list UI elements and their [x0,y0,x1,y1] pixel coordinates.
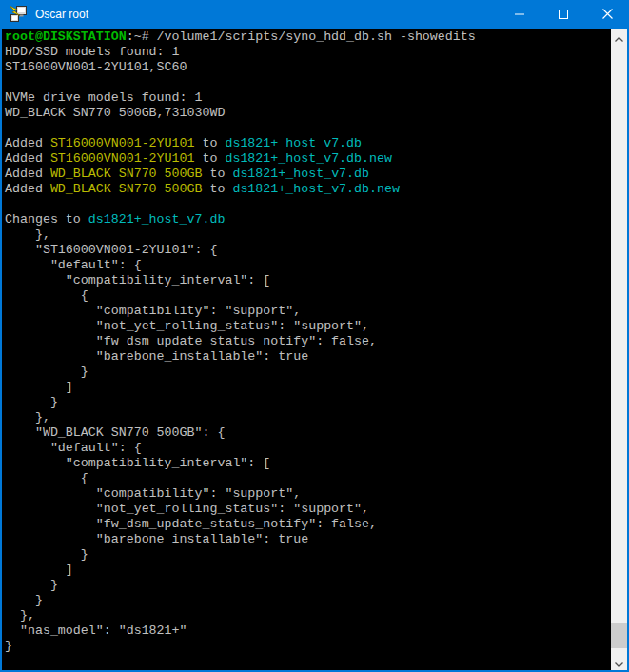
chevron-down-icon [615,654,623,671]
terminal-line: ] [5,380,611,395]
terminal-line: "compatibility_interval": [ [5,456,611,471]
terminal-line [5,197,611,212]
scroll-up-button[interactable] [611,29,627,45]
window-title: Oscar root [35,8,498,21]
terminal-line: } [5,639,611,654]
minimize-icon [515,6,524,23]
terminal-line: } [5,395,611,410]
terminal-line: Changes to ds1821+_host_v7.db [5,212,611,227]
window-body: root@DISKSTATION:~# /volume1/scripts/syn… [0,29,629,672]
putty-window: Oscar root root@DISKSTATION:~# /volume1/… [0,0,629,672]
terminal-line: "barebone_installable": true [5,349,611,365]
terminal-line: Added WD_BLACK SN770 500GB to ds1821+_ho… [5,167,611,182]
terminal-line: NVMe drive models found: 1 [5,90,611,106]
terminal-line: } [5,578,611,593]
terminal-line: WD_BLACK SN770 500GB,731030WD [5,106,611,121]
terminal-line: root@DISKSTATION:~# /volume1/scripts/syn… [5,30,611,45]
terminal-line: "barebone_installable": true [5,532,611,547]
terminal-line: "WD_BLACK SN770 500GB": { [5,425,611,441]
terminal-output[interactable]: root@DISKSTATION:~# /volume1/scripts/syn… [2,29,611,670]
terminal-line: } [5,547,611,563]
terminal-line [5,121,611,136]
scrollbar-track[interactable] [611,45,627,654]
terminal-line: Added WD_BLACK SN770 500GB to ds1821+_ho… [5,182,611,197]
terminal-line: }, [5,227,611,243]
terminal-line: ] [5,563,611,578]
close-icon [602,6,613,23]
terminal-line: { [5,288,611,304]
titlebar[interactable]: Oscar root [0,0,629,29]
terminal-line [5,75,611,90]
close-button[interactable] [585,0,629,29]
terminal-line: }, [5,608,611,623]
terminal-line: "default": { [5,441,611,456]
maximize-icon [559,6,568,23]
terminal-line: Added ST16000VN001-2YU101 to ds1821+_hos… [5,136,611,151]
terminal-line: "compatibility": "support", [5,304,611,319]
scrollbar-thumb[interactable] [611,623,627,648]
terminal-line: } [5,593,611,608]
terminal-line: HDD/SSD models found: 1 [5,45,611,60]
chevron-up-icon [615,29,623,46]
terminal-line: "default": { [5,258,611,273]
terminal-line: "compatibility_interval": [ [5,273,611,288]
terminal-line: }, [5,410,611,425]
window-controls [498,0,629,29]
terminal-line: "fw_dsm_update_status_notify": false, [5,517,611,532]
terminal-line: "not_yet_rolling_status": "support", [5,319,611,334]
maximize-button[interactable] [541,0,585,29]
terminal-line: "compatibility": "support", [5,486,611,502]
scrollbar[interactable] [611,29,627,670]
terminal-line: "not_yet_rolling_status": "support", [5,502,611,517]
terminal-line: } [5,365,611,380]
terminal-line: "fw_dsm_update_status_notify": false, [5,334,611,349]
putty-app-icon [9,5,28,24]
terminal-line: Added ST16000VN001-2YU101 to ds1821+_hos… [5,151,611,167]
terminal-line: "ST16000VN001-2YU101": { [5,243,611,258]
terminal-line: "nas_model": "ds1821+" [5,623,611,639]
minimize-button[interactable] [498,0,541,29]
terminal-line: { [5,471,611,486]
scroll-down-button[interactable] [611,654,627,670]
terminal-line: ST16000VN001-2YU101,SC60 [5,60,611,75]
